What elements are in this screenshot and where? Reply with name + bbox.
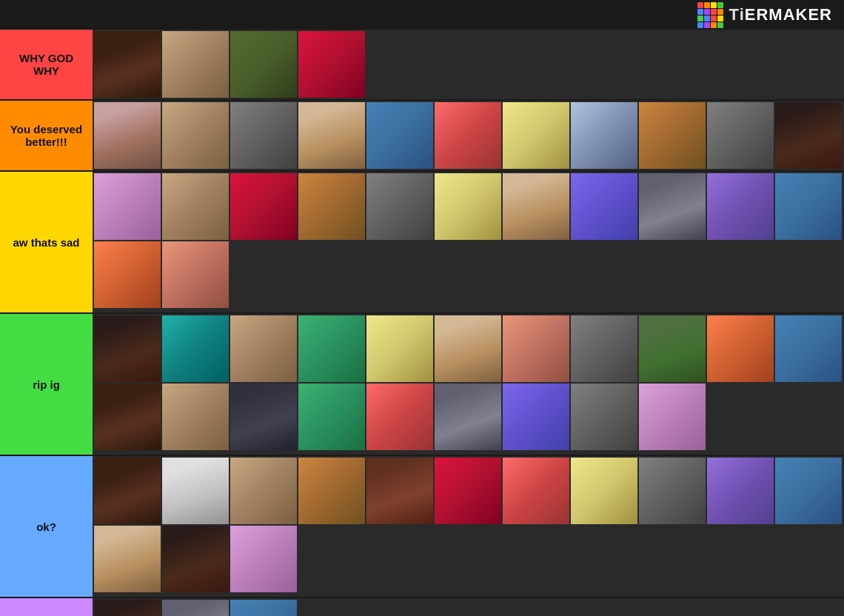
tier-table: WHY GOD WHY You deserved better!!! aw th… [0, 30, 844, 616]
logo-cell [711, 9, 717, 15]
list-item [94, 600, 161, 616]
header: TiERMAKER [0, 0, 844, 30]
list-item [94, 31, 161, 98]
list-item [775, 315, 842, 382]
list-item [162, 241, 229, 308]
list-item [162, 600, 229, 616]
list-item [162, 31, 229, 98]
list-item [230, 600, 297, 616]
logo-cell [697, 16, 703, 21]
list-item [775, 173, 842, 240]
list-item [94, 384, 161, 450]
list-item [707, 458, 774, 524]
logo-cell [717, 9, 723, 15]
tier-label-deserved-better: You deserved better!!! [0, 101, 93, 170]
logo-cell [704, 2, 710, 8]
list-item [366, 384, 433, 450]
list-item [94, 102, 161, 169]
logo-cell [697, 2, 703, 8]
tier-items-aw-thats-sad [93, 172, 844, 312]
list-item [707, 102, 774, 169]
list-item [366, 458, 433, 524]
tier-label-aw-thats-sad: aw thats sad [0, 172, 93, 312]
list-item [298, 31, 365, 98]
list-item [503, 173, 569, 240]
logo-cell [711, 2, 717, 8]
logo-cell [711, 22, 717, 28]
logo-cell [717, 2, 723, 8]
list-item [366, 315, 433, 382]
tier-label-ok: ok? [0, 456, 93, 597]
list-item [94, 173, 161, 240]
list-item [298, 384, 365, 450]
list-item [435, 458, 501, 524]
tier-items-let-it-die [93, 598, 844, 616]
logo-cell [697, 9, 703, 15]
list-item [230, 315, 297, 382]
logo-cell [711, 16, 717, 21]
list-item [571, 458, 637, 524]
tier-row: aw thats sad [0, 172, 844, 314]
list-item [298, 102, 365, 169]
list-item [94, 241, 161, 308]
list-item [94, 458, 161, 524]
tier-row: You deserved better!!! [0, 101, 844, 172]
list-item [162, 458, 229, 524]
list-item [775, 102, 842, 169]
tier-row: rip ig [0, 314, 844, 456]
list-item [162, 173, 229, 240]
list-item [571, 173, 637, 240]
list-item [571, 315, 637, 382]
list-item [230, 384, 297, 450]
logo-text: TiERMAKER [729, 5, 832, 24]
list-item [503, 315, 569, 382]
list-item [230, 173, 297, 240]
logo-cell [717, 16, 723, 21]
logo-cell [697, 22, 703, 28]
list-item [298, 458, 365, 524]
list-item [230, 102, 297, 169]
list-item [435, 315, 501, 382]
list-item [162, 526, 229, 592]
list-item [94, 315, 161, 382]
list-item [162, 315, 229, 382]
list-item [571, 102, 637, 169]
list-item [571, 384, 637, 450]
list-item [230, 526, 297, 592]
list-item [639, 173, 706, 240]
list-item [162, 384, 229, 450]
logo-grid-icon [697, 2, 723, 28]
tier-label-why-god-why: WHY GOD WHY [0, 30, 93, 99]
list-item [435, 102, 501, 169]
tiermaker-logo: TiERMAKER [697, 2, 832, 28]
list-item [230, 458, 297, 524]
list-item [775, 458, 842, 524]
tier-row: LET IT DIE [0, 598, 844, 616]
list-item [94, 526, 161, 592]
list-item [707, 315, 774, 382]
list-item [503, 102, 569, 169]
logo-cell [704, 9, 710, 15]
list-item [435, 173, 501, 240]
logo-cell [704, 22, 710, 28]
list-item [639, 315, 706, 382]
tier-row: ok? [0, 456, 844, 598]
tier-label-rip-ig: rip ig [0, 314, 93, 455]
list-item [298, 315, 365, 382]
tier-items-deserved-better [93, 101, 844, 170]
list-item [230, 31, 297, 98]
tier-label-let-it-die: LET IT DIE [0, 598, 93, 616]
list-item [435, 384, 501, 450]
list-item [366, 102, 433, 169]
tier-items-ok [93, 456, 844, 597]
tier-items-rip-ig [93, 314, 844, 455]
tier-items-why-god-why [93, 30, 844, 99]
logo-cell [704, 16, 710, 21]
list-item [298, 173, 365, 240]
tier-row: WHY GOD WHY [0, 30, 844, 101]
list-item [639, 458, 706, 524]
list-item [503, 458, 569, 524]
list-item [162, 102, 229, 169]
list-item [707, 173, 774, 240]
logo-cell [717, 22, 723, 28]
